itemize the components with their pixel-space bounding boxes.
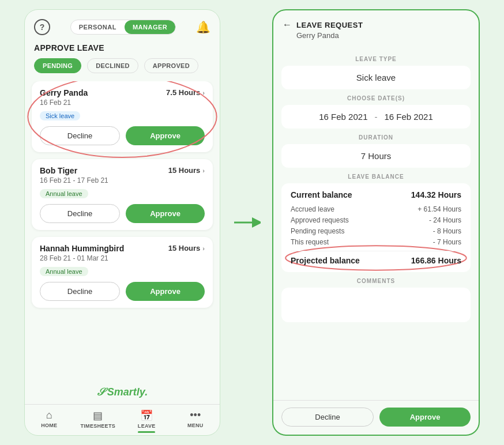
nav-leave-label: LEAVE bbox=[138, 423, 156, 429]
gerry-decline-button[interactable]: Decline bbox=[40, 126, 120, 145]
current-balance-row: Current balance 144.32 Hours bbox=[291, 190, 461, 199]
gerry-actions: Decline Approve bbox=[40, 126, 205, 145]
pending-row: Pending requests - 8 Hours bbox=[291, 227, 461, 235]
hannah-card-top: Hannah Hummingbird 15 Hours › bbox=[40, 244, 205, 253]
arrow-container bbox=[232, 214, 261, 231]
menu-icon: ••• bbox=[190, 409, 201, 421]
right-panel: ← LEAVE REQUEST Gerry Panda LEAVE TYPE S… bbox=[272, 9, 480, 436]
right-arrow bbox=[232, 214, 261, 231]
hannah-approve-button[interactable]: Approve bbox=[126, 282, 205, 301]
back-row: ← LEAVE REQUEST bbox=[283, 20, 469, 30]
gerry-card-top: Gerry Panda 7.5 Hours › bbox=[40, 88, 205, 97]
filter-declined[interactable]: DECLINED bbox=[87, 58, 138, 73]
pending-label: Pending requests bbox=[291, 227, 344, 235]
hannah-decline-button[interactable]: Decline bbox=[40, 282, 120, 301]
smartly-logo: 𝒮 Smartly. bbox=[25, 380, 220, 404]
right-footer: Decline Approve bbox=[273, 400, 479, 435]
request-person: Gerry Panda bbox=[283, 31, 469, 40]
approved-label: Approved requests bbox=[291, 216, 349, 224]
accrued-row: Accrued leave + 61.54 Hours bbox=[291, 205, 461, 213]
filter-row: PENDING DECLINED APPROVED bbox=[25, 58, 220, 81]
this-request-label: This request bbox=[291, 238, 329, 246]
comments-label: COMMENTS bbox=[281, 278, 471, 284]
personal-toggle[interactable]: PERSONAL bbox=[71, 20, 125, 34]
approved-value: - 24 Hours bbox=[429, 216, 461, 224]
this-request-row: This request - 7 Hours bbox=[291, 238, 461, 246]
bottom-nav: ⌂ HOME ▤ TIMESHEETS 📅 LEAVE ••• MENU bbox=[25, 404, 220, 435]
gerry-approve-button[interactable]: Approve bbox=[126, 126, 205, 145]
leave-active-indicator bbox=[138, 431, 155, 433]
manager-toggle[interactable]: MANAGER bbox=[125, 20, 175, 34]
approved-row: Approved requests - 24 Hours bbox=[291, 216, 461, 224]
hannah-chevron: › bbox=[202, 245, 205, 252]
projected-wrapper: Projected balance 166.86 Hours bbox=[291, 251, 461, 265]
left-header: ? PERSONAL MANAGER 🔔 bbox=[25, 10, 220, 41]
filter-pending[interactable]: PENDING bbox=[34, 58, 81, 73]
bob-approve-button[interactable]: Approve bbox=[126, 204, 205, 223]
date-separator: - bbox=[375, 112, 378, 122]
request-title: LEAVE REQUEST bbox=[296, 21, 363, 29]
bob-badge: Annual leave bbox=[40, 189, 88, 198]
dates-box: 16 Feb 2021 - 16 Feb 2021 bbox=[281, 105, 471, 129]
leave-type-value: Sick leave bbox=[291, 73, 461, 82]
leave-icon: 📅 bbox=[140, 409, 153, 422]
choose-dates-label: CHOOSE DATE(S) bbox=[281, 95, 471, 101]
hannah-hours: 15 Hours › bbox=[168, 244, 205, 252]
bob-hours: 15 Hours › bbox=[168, 166, 205, 175]
home-icon: ⌂ bbox=[46, 409, 52, 421]
this-request-value: - 7 Hours bbox=[433, 238, 461, 246]
right-approve-button[interactable]: Approve bbox=[379, 408, 471, 427]
bob-card-top: Bob Tiger 15 Hours › bbox=[40, 166, 205, 175]
leave-card-hannah: Hannah Hummingbird 15 Hours › 28 Feb 21 … bbox=[32, 237, 213, 308]
help-icon[interactable]: ? bbox=[34, 19, 50, 35]
duration-box: 7 Hours bbox=[281, 144, 471, 168]
leave-card-bob: Bob Tiger 15 Hours › 16 Feb 21 - 17 Feb … bbox=[32, 159, 213, 230]
bob-chevron: › bbox=[202, 167, 205, 174]
nav-home[interactable]: ⌂ HOME bbox=[25, 409, 74, 433]
bob-date: 16 Feb 21 - 17 Feb 21 bbox=[40, 176, 205, 184]
nav-timesheets-label: TIMESHEETS bbox=[80, 423, 115, 429]
leave-card-gerry: Gerry Panda 7.5 Hours › 16 Feb 21 Sick l… bbox=[32, 81, 213, 152]
nav-home-label: HOME bbox=[41, 423, 57, 428]
projected-balance-row: Projected balance 166.86 Hours bbox=[291, 251, 461, 265]
pending-value: - 8 Hours bbox=[433, 227, 461, 235]
nav-menu[interactable]: ••• MENU bbox=[171, 409, 220, 433]
comments-box bbox=[281, 288, 471, 322]
leave-type-label: LEAVE TYPE bbox=[281, 56, 471, 62]
nav-leave[interactable]: 📅 LEAVE bbox=[122, 409, 171, 433]
duration-label: DURATION bbox=[281, 134, 471, 141]
gerry-name: Gerry Panda bbox=[40, 88, 88, 97]
leave-list: Gerry Panda 7.5 Hours › 16 Feb 21 Sick l… bbox=[25, 81, 220, 380]
accrued-label: Accrued leave bbox=[291, 205, 334, 213]
right-content: LEAVE TYPE Sick leave CHOOSE DATE(S) 16 … bbox=[273, 50, 479, 400]
bob-actions: Decline Approve bbox=[40, 204, 205, 223]
timesheets-icon: ▤ bbox=[93, 409, 103, 422]
hannah-actions: Decline Approve bbox=[40, 282, 205, 301]
left-panel: ? PERSONAL MANAGER 🔔 APPROVE LEAVE PENDI… bbox=[24, 9, 220, 436]
gerry-date: 16 Feb 21 bbox=[40, 99, 205, 107]
bob-decline-button[interactable]: Decline bbox=[40, 204, 120, 223]
approve-leave-title: APPROVE LEAVE bbox=[25, 41, 220, 58]
date-to: 16 Feb 2021 bbox=[385, 112, 433, 122]
back-button[interactable]: ← bbox=[283, 20, 292, 30]
nav-timesheets[interactable]: ▤ TIMESHEETS bbox=[74, 409, 123, 433]
balance-box: Current balance 144.32 Hours Accrued lea… bbox=[281, 183, 471, 272]
gerry-hours: 7.5 Hours › bbox=[166, 88, 205, 97]
leave-type-box: Sick leave bbox=[281, 66, 471, 89]
projected-label: Projected balance bbox=[291, 256, 360, 265]
bob-name: Bob Tiger bbox=[40, 166, 77, 175]
toggle-group: PERSONAL MANAGER bbox=[70, 20, 176, 35]
right-header: ← LEAVE REQUEST Gerry Panda bbox=[273, 10, 479, 50]
current-balance-value: 144.32 Hours bbox=[411, 190, 461, 199]
bell-icon[interactable]: 🔔 bbox=[196, 20, 210, 34]
gerry-badge: Sick leave bbox=[40, 111, 80, 120]
filter-approved[interactable]: APPROVED bbox=[144, 58, 198, 73]
right-decline-button[interactable]: Decline bbox=[281, 408, 374, 427]
hannah-name: Hannah Hummingbird bbox=[40, 244, 124, 253]
date-from: 16 Feb 2021 bbox=[319, 112, 367, 122]
hannah-date: 28 Feb 21 - 01 Mar 21 bbox=[40, 254, 205, 262]
date-row: 16 Feb 2021 - 16 Feb 2021 bbox=[291, 112, 461, 122]
duration-value: 7 Hours bbox=[291, 151, 461, 161]
gerry-card-wrapper: Gerry Panda 7.5 Hours › 16 Feb 21 Sick l… bbox=[32, 81, 213, 152]
projected-value: 166.86 Hours bbox=[411, 256, 461, 265]
